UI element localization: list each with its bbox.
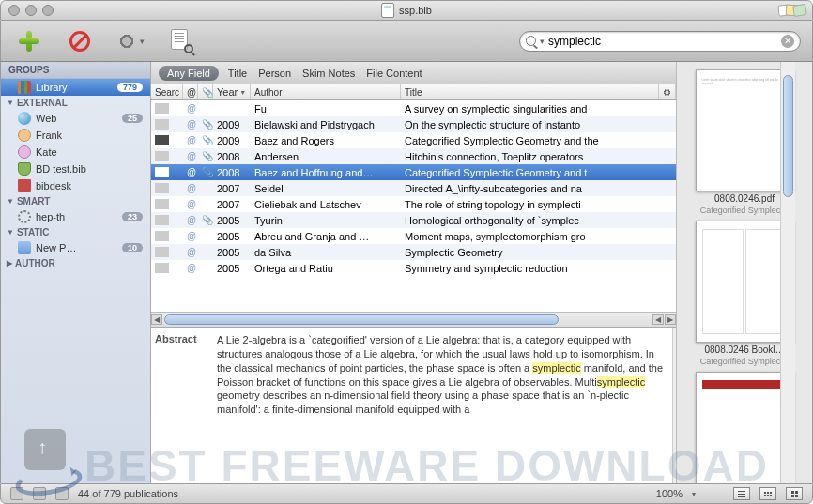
window-controls[interactable]	[8, 5, 54, 16]
person-p-icon	[18, 145, 31, 159]
gear-icon	[116, 31, 137, 52]
table-row[interactable]: @📎2005TyurinHomological orthogonality of…	[151, 212, 676, 228]
color-tags-icon[interactable]	[778, 5, 806, 16]
toolbar: ▾ ✕	[0, 21, 813, 62]
gear-s-icon	[18, 210, 31, 223]
abstract-pane: Abstract A Lie 2-algebra is a `categorif…	[151, 327, 676, 483]
plus-icon	[19, 31, 39, 52]
add-button[interactable]	[12, 28, 46, 54]
scroll-left-button[interactable]: ◀	[151, 314, 162, 325]
publication-count: 44 of 779 publications	[78, 488, 178, 499]
sidebar: GROUPS Library 779 EXTERNALWeb25FrankKat…	[1, 62, 151, 483]
sort-desc-icon: ▼	[239, 89, 246, 96]
file-icon	[381, 3, 394, 18]
abstract-label: Abstract	[151, 328, 217, 483]
layout-button-2[interactable]	[33, 487, 46, 500]
titlebar: ssp.bib	[0, 0, 813, 21]
layout-button-1[interactable]	[10, 487, 23, 500]
table-row[interactable]: @📎2008AndersenHitchin's connection, Toep…	[151, 148, 676, 164]
table-row[interactable]: @📎2009Bielawski and PidstrygachOn the sy…	[151, 116, 676, 132]
scope-person[interactable]: Person	[258, 68, 291, 79]
table-row[interactable]: @📎2008Baez and Hoffnung and…Categorified…	[151, 164, 676, 180]
sidebar-item-bibdesk[interactable]: bibdesk	[1, 177, 150, 194]
view-mode-list[interactable]	[733, 487, 750, 500]
sidebar-section-smart[interactable]: SMART	[1, 194, 150, 208]
sidebar-item-label: Web	[36, 113, 56, 124]
search-field[interactable]: ▾ ✕	[519, 31, 801, 52]
col-configure[interactable]: ⚙	[659, 84, 676, 99]
sidebar-section-static[interactable]: STATIC	[1, 225, 150, 239]
search-icon	[526, 36, 536, 46]
db-icon	[18, 162, 31, 176]
sidebar-section-external[interactable]: EXTERNAL	[1, 96, 150, 110]
table-row[interactable]: @2005Abreu and Granja and …Moment maps, …	[151, 228, 676, 244]
sidebar-item-kate[interactable]: Kate	[1, 144, 150, 160]
col-author[interactable]: Author	[251, 84, 401, 99]
zoom-level[interactable]: 100%	[656, 488, 683, 499]
count-badge: 10	[122, 243, 143, 252]
library-icon	[18, 81, 31, 94]
scroll-right-button[interactable]: ▶	[665, 314, 676, 325]
status-bar: 44 of 779 publications 100% ▾	[0, 483, 813, 504]
delete-button[interactable]	[63, 28, 97, 54]
highlight: symplectic	[532, 362, 580, 374]
sidebar-item-label: Frank	[36, 130, 62, 141]
count-badge: 25	[122, 114, 143, 123]
folder-icon	[18, 241, 31, 254]
sidebar-item-label: New P…	[36, 242, 76, 253]
sidebar-item-label: hep-th	[36, 211, 65, 222]
preview-button[interactable]	[164, 28, 198, 54]
sidebar-item-frank[interactable]: Frank	[1, 127, 150, 144]
clear-search-button[interactable]: ✕	[781, 35, 794, 48]
search-input[interactable]	[548, 35, 781, 48]
table-header: Searc @ 📎 Year▼ Author Title ⚙	[151, 84, 676, 100]
col-title[interactable]: Title	[401, 84, 659, 99]
preview-scrollbar[interactable]	[780, 62, 795, 483]
count-badge: 779	[117, 83, 143, 92]
table-row[interactable]: @2005da SilvaSymplectic Geometry	[151, 244, 676, 260]
thumbnail-image: Lorem ipsum dolor sit amet consectetur a…	[696, 69, 794, 191]
table-row[interactable]: @2007Cieliebak and LatschevThe role of s…	[151, 196, 676, 212]
table-row[interactable]: @FuA survey on symplectic singularities …	[151, 100, 676, 116]
layout-button-3[interactable]	[55, 487, 69, 500]
sidebar-section-author[interactable]: AUTHOR	[1, 256, 150, 270]
sidebar-item-bd-test-bib[interactable]: BD test.bib	[1, 160, 150, 177]
zoom-dropdown-icon[interactable]: ▾	[692, 490, 696, 498]
scope-title[interactable]: Title	[228, 68, 247, 79]
scroll-left-button-2[interactable]: ◀	[652, 314, 664, 325]
sidebar-item-label: BD test.bib	[36, 163, 86, 175]
horizontal-scrollbar[interactable]: ◀ ◀ ▶	[151, 312, 676, 327]
thumbnail-image	[696, 372, 794, 483]
table-row[interactable]: @2005Ortega and RatiuSymmetry and symple…	[151, 260, 676, 276]
sidebar-item-label: Kate	[36, 146, 57, 158]
search-scope-dropdown-icon[interactable]: ▾	[540, 37, 545, 46]
sidebar-item-library[interactable]: Library 779	[1, 79, 150, 96]
sidebar-item-label: bibdesk	[36, 180, 71, 191]
search-scope-bar: Any Field TitlePersonSkim NotesFile Cont…	[151, 62, 676, 84]
col-at[interactable]: @	[183, 84, 198, 99]
scope-any-field[interactable]: Any Field	[159, 66, 219, 81]
view-mode-grid-large[interactable]	[786, 487, 803, 500]
col-year[interactable]: Year▼	[213, 84, 251, 99]
sidebar-item-hep-th[interactable]: hep-th23	[1, 208, 150, 225]
action-menu-button[interactable]	[114, 28, 147, 54]
main-panel: Any Field TitlePersonSkim NotesFile Cont…	[151, 62, 676, 483]
globe-icon	[18, 112, 31, 125]
scrollbar-thumb[interactable]	[164, 314, 559, 325]
table-row[interactable]: @📎2009Baez and RogersCategorified Symple…	[151, 132, 676, 148]
sidebar-item-new-p-[interactable]: New P…10	[1, 239, 150, 256]
person-o-icon	[18, 129, 31, 142]
view-mode-grid-small[interactable]	[759, 487, 776, 500]
document-magnify-icon	[169, 29, 193, 53]
window-title: ssp.bib	[381, 3, 432, 18]
sidebar-item-web[interactable]: Web25	[1, 110, 150, 127]
scope-skim-notes[interactable]: Skim Notes	[302, 68, 355, 79]
col-attachment[interactable]: 📎	[198, 84, 213, 99]
col-search[interactable]: Searc	[151, 84, 183, 99]
scrollbar-thumb[interactable]	[783, 75, 793, 197]
forbid-icon	[69, 31, 90, 52]
table-row[interactable]: @2007SeidelDirected A_\infty-subcategori…	[151, 180, 676, 196]
scope-file-content[interactable]: File Content	[366, 68, 422, 79]
abstract-text: A Lie 2-algebra is a `categorified' vers…	[217, 328, 672, 483]
count-badge: 23	[122, 212, 143, 221]
